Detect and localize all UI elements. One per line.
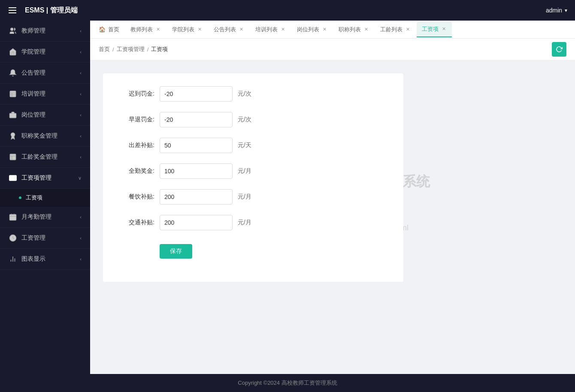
sidebar-label-chart: 图表显示 (21, 255, 45, 263)
top-bar: 首页 / 工资项管理 / 工资项 (90, 39, 575, 60)
people-icon (9, 27, 17, 35)
tab-teacher-list[interactable]: 教师列表 ✕ (125, 22, 166, 37)
refresh-button[interactable] (552, 42, 566, 57)
tab-close-train-list[interactable]: ✕ (280, 26, 286, 33)
svg-rect-10 (10, 214, 16, 220)
sidebar-arrow-notice: ‹ (80, 70, 82, 75)
tab-close-notice-list[interactable]: ✕ (239, 26, 244, 33)
tab-close-teacher-list[interactable]: ✕ (155, 26, 161, 33)
sidebar-item-title-award[interactable]: 职称奖金管理 ‹ (0, 126, 90, 147)
tab-home[interactable]: 🏠 首页 (94, 22, 124, 37)
tab-job-list[interactable]: 岗位列表 ✕ (292, 22, 333, 37)
svg-point-6 (11, 133, 15, 137)
sidebar-label-train: 培训管理 (21, 90, 45, 98)
job-icon (9, 111, 17, 119)
unit-early-fine: 元/次 (238, 116, 251, 124)
sidebar-label-age-award: 工龄奖金管理 (21, 153, 58, 161)
input-perfect-award[interactable] (160, 163, 233, 179)
header-left: ESMS | 管理员端 (7, 6, 78, 15)
form-row-save: 保存 (120, 241, 386, 259)
svg-point-0 (11, 28, 13, 30)
save-button[interactable]: 保存 (160, 244, 192, 259)
sidebar-arrow-teacher: ‹ (80, 28, 82, 33)
sidebar-arrow-age-award: ‹ (80, 154, 82, 160)
label-late-fine: 迟到罚金: (120, 90, 154, 98)
sidebar-item-age-award-left: 工龄奖金管理 (9, 153, 58, 161)
input-late-fine[interactable] (160, 86, 233, 102)
breadcrumb-sep1: / (112, 46, 114, 53)
sidebar-label-teacher: 教师管理 (21, 27, 45, 35)
home-tab-icon: 🏠 (99, 26, 106, 33)
sidebar-arrow-attendance: ‹ (80, 214, 82, 220)
sidebar-item-college[interactable]: 学院管理 ‹ (0, 42, 90, 63)
tab-close-salary-item[interactable]: ✕ (441, 25, 447, 33)
sidebar-item-chart-left: 图表显示 (9, 255, 45, 263)
admin-menu[interactable]: admin ▼ (546, 7, 568, 14)
salary-icon (9, 174, 17, 182)
header: ESMS | 管理员端 admin ▼ (0, 0, 575, 21)
train-list-tab-label: 培训列表 (255, 26, 278, 33)
sidebar-label-title-award: 职称奖金管理 (21, 132, 58, 140)
unit-late-fine: 元/次 (238, 90, 251, 98)
form-row-late-fine: 迟到罚金: 元/次 (120, 86, 386, 102)
input-early-fine[interactable] (160, 112, 233, 127)
input-travel-subsidy[interactable] (160, 138, 233, 153)
app-title: ESMS | 管理员端 (25, 6, 78, 15)
sidebar-label-notice: 公告管理 (21, 69, 45, 77)
svg-rect-1 (10, 91, 16, 97)
sidebar-arrow-title-award: ‹ (80, 133, 82, 139)
sidebar-item-train-left: 培训管理 (9, 90, 45, 98)
teacher-list-tab-label: 教师列表 (130, 26, 153, 33)
tab-age-list[interactable]: 工龄列表 ✕ (375, 22, 416, 37)
tab-bar: 🏠 首页 教师列表 ✕ 学院列表 ✕ 公告列表 ✕ 培训列表 ✕ 岗位列表 (90, 21, 575, 39)
breadcrumb: 首页 / 工资项管理 / 工资项 (99, 45, 168, 53)
tab-notice-list[interactable]: 公告列表 ✕ (209, 22, 249, 37)
sidebar-arrow-chart: ‹ (80, 256, 82, 262)
sidebar-item-job-left: 岗位管理 (9, 111, 45, 119)
layout: 教师管理 ‹ 学院管理 ‹ 公告管理 ‹ (0, 21, 575, 374)
sidebar-label-college: 学院管理 (21, 48, 45, 56)
tab-salary-item[interactable]: 工资项 ✕ (417, 22, 452, 37)
salary-form: 迟到罚金: 元/次 早退罚金: 元/次 出差补贴: 元/天 全勤奖金: (103, 73, 403, 282)
input-meal-subsidy[interactable] (160, 189, 233, 205)
sidebar-item-wage[interactable]: 工资管理 ‹ (0, 228, 90, 249)
sidebar-item-salary-left: 工资项管理 (9, 174, 51, 182)
sidebar-arrow-salary: ∨ (78, 175, 82, 181)
sidebar-item-notice[interactable]: 公告管理 ‹ (0, 63, 90, 84)
form-row-travel-allowance: 交通补贴: 元/月 (120, 215, 386, 230)
sidebar-item-wage-left: 工资管理 (9, 234, 45, 242)
sidebar-item-train[interactable]: 培训管理 ‹ (0, 84, 90, 105)
sidebar-arrow-wage: ‹ (80, 235, 82, 241)
notice-list-tab-label: 公告列表 (214, 26, 236, 33)
tab-close-college-list[interactable]: ✕ (197, 26, 203, 33)
footer-text: Copyright ©2024 高校教师工资管理系统 (238, 380, 337, 386)
sidebar-item-job[interactable]: 岗位管理 ‹ (0, 105, 90, 126)
sidebar-item-title-award-left: 职称奖金管理 (9, 132, 58, 140)
sidebar-item-notice-left: 公告管理 (9, 69, 45, 77)
sidebar-item-age-award[interactable]: 工龄奖金管理 ‹ (0, 147, 90, 168)
tab-close-title-list[interactable]: ✕ (363, 26, 369, 33)
sidebar-item-salary[interactable]: 工资项管理 ∨ (0, 168, 90, 189)
tab-train-list[interactable]: 培训列表 ✕ (250, 22, 291, 37)
svg-rect-7 (10, 154, 16, 160)
sidebar-item-attendance[interactable]: 月考勤管理 ‹ (0, 207, 90, 228)
tab-college-list[interactable]: 学院列表 ✕ (167, 22, 208, 37)
sidebar-arrow-job: ‹ (80, 112, 82, 118)
tab-close-job-list[interactable]: ✕ (322, 26, 327, 33)
menu-toggle-button[interactable] (7, 6, 18, 15)
sidebar-sub-item-salary[interactable]: 工资项 (0, 189, 90, 207)
sidebar-arrow-train: ‹ (80, 91, 82, 96)
breadcrumb-parent[interactable]: 工资项管理 (117, 45, 145, 53)
input-travel-allowance[interactable] (160, 215, 233, 230)
sidebar-item-teacher[interactable]: 教师管理 ‹ (0, 21, 90, 42)
sidebar-label-wage: 工资管理 (21, 234, 45, 242)
sidebar-item-chart[interactable]: 图表显示 ‹ (0, 249, 90, 270)
train-icon (9, 90, 17, 98)
college-icon (9, 48, 17, 56)
home-tab-label: 首页 (108, 26, 119, 33)
tab-close-age-list[interactable]: ✕ (405, 26, 411, 33)
breadcrumb-current: 工资项 (151, 45, 168, 53)
breadcrumb-home[interactable]: 首页 (99, 45, 110, 53)
tab-title-list[interactable]: 职称列表 ✕ (333, 22, 374, 37)
label-meal-subsidy: 餐饮补贴: (120, 193, 154, 201)
